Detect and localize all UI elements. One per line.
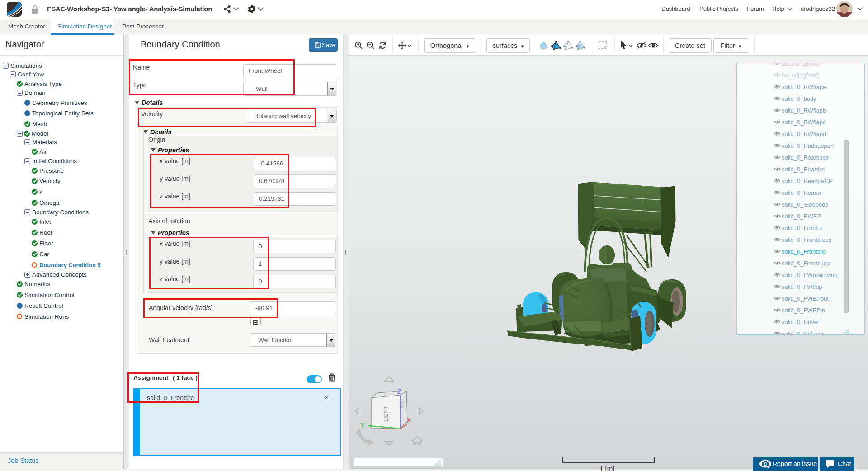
svg-text:LEFT: LEFT — [383, 405, 389, 422]
svg-text:Z: Z — [397, 387, 401, 395]
svg-text:Y: Y — [360, 421, 365, 429]
svg-text:X: X — [406, 416, 411, 424]
